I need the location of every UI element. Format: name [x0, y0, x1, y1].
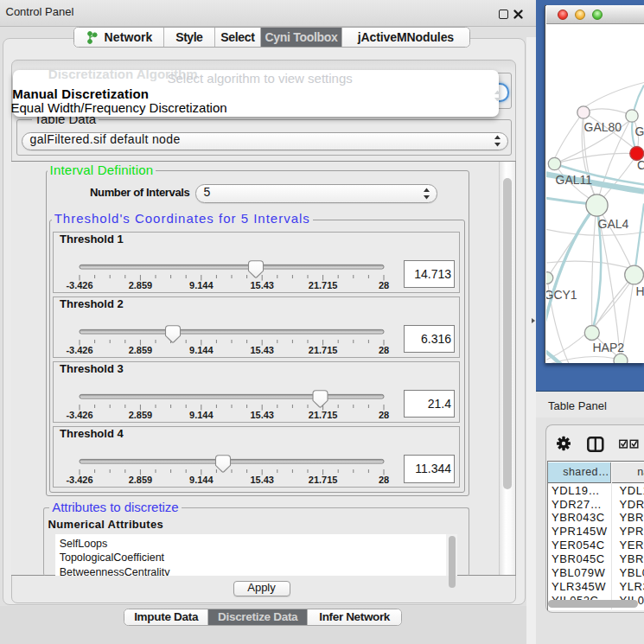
svg-text:28: 28: [379, 344, 389, 354]
svg-text:GA: GA: [635, 124, 644, 137]
svg-text:-3.426: -3.426: [66, 475, 92, 485]
svg-text:-3.426: -3.426: [66, 344, 92, 354]
svg-text:GAL4: GAL4: [598, 217, 629, 231]
svg-text:2.859: 2.859: [129, 475, 153, 485]
svg-text:-3.426: -3.426: [66, 279, 92, 290]
svg-text:-3.426: -3.426: [66, 409, 92, 419]
svg-text:15.43: 15.43: [250, 344, 274, 354]
svg-text:21.715: 21.715: [309, 279, 338, 290]
svg-text:15.43: 15.43: [250, 409, 274, 419]
svg-text:9.144: 9.144: [189, 279, 214, 290]
svg-text:CD: CD: [637, 158, 644, 172]
svg-text:GAL80: GAL80: [584, 120, 622, 134]
svg-text:9.144: 9.144: [189, 475, 214, 485]
svg-text:2.859: 2.859: [129, 279, 153, 290]
svg-text:9.144: 9.144: [189, 409, 214, 419]
svg-text:HAP2: HAP2: [593, 341, 625, 354]
svg-text:9.144: 9.144: [189, 344, 214, 354]
svg-text:28: 28: [379, 409, 389, 419]
svg-text:15.43: 15.43: [250, 279, 274, 290]
svg-text:GAL11: GAL11: [556, 173, 593, 187]
svg-text:15.43: 15.43: [250, 475, 274, 485]
svg-text:2.859: 2.859: [129, 344, 153, 354]
svg-text:2.859: 2.859: [129, 409, 153, 419]
svg-text:HI: HI: [636, 284, 644, 297]
svg-text:28: 28: [379, 475, 389, 485]
svg-text:21.715: 21.715: [309, 409, 338, 419]
svg-text:21.715: 21.715: [309, 344, 338, 354]
svg-text:21.715: 21.715: [309, 475, 338, 485]
svg-text:28: 28: [379, 279, 389, 290]
svg-text:GCY1: GCY1: [546, 288, 577, 302]
